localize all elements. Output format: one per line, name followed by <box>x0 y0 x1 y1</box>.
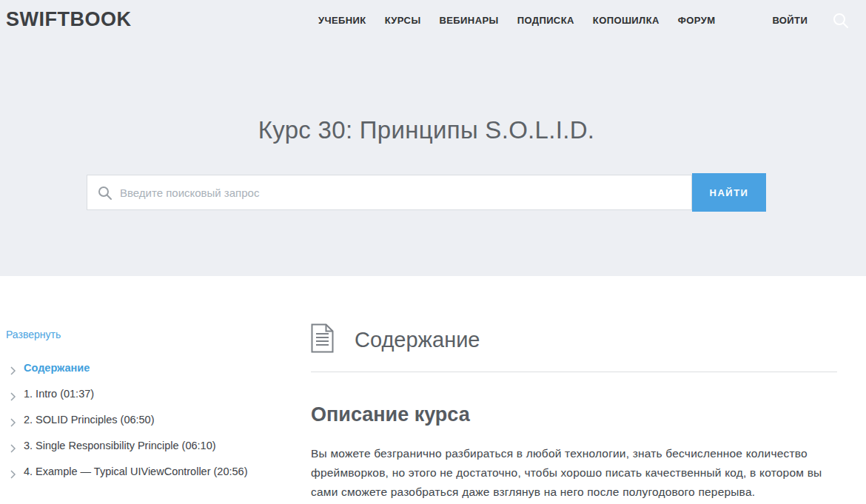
section-head: Содержание <box>311 323 837 356</box>
toc-item-single-responsibility[interactable]: 3. Single Responsibility Principle (06:1… <box>6 437 250 454</box>
search-icon[interactable] <box>831 11 850 30</box>
top-navigation-bar: SWIFTBOOK УЧЕБНИК КУРСЫ ВЕБИНАРЫ ПОДПИСК… <box>0 0 866 41</box>
toc-item-intro[interactable]: 1. Intro (01:37) <box>6 386 250 402</box>
section-title: Содержание <box>355 328 480 352</box>
toc-item-label: 1. Intro (01:37) <box>24 388 94 400</box>
hero-section: SWIFTBOOK УЧЕБНИК КУРСЫ ВЕБИНАРЫ ПОДПИСК… <box>0 0 866 276</box>
logo[interactable]: SWIFTBOOK <box>6 8 131 31</box>
expand-all-link[interactable]: Развернуть <box>6 329 61 340</box>
nav-item-podpiska[interactable]: ПОДПИСКА <box>517 15 574 26</box>
course-search-form: НАЙТИ <box>87 175 766 210</box>
course-toc-sidebar: Развернуть Содержание 1. Intro (01:37) 2… <box>6 328 250 489</box>
search-input-icon <box>98 186 113 204</box>
toc-item-example-uiviewcontroller[interactable]: 4. Example — Typical UIViewController (2… <box>6 463 250 480</box>
search-submit-button[interactable]: НАЙТИ <box>692 173 766 212</box>
course-description-text: Вы можете безгранично разбираться в любо… <box>311 444 833 502</box>
section-divider <box>311 372 837 372</box>
chevron-right-icon <box>10 363 16 380</box>
toc-item-contents[interactable]: Содержание <box>6 360 250 376</box>
chevron-right-icon <box>10 415 16 431</box>
nav-item-uchebnik[interactable]: УЧЕБНИК <box>318 15 366 26</box>
toc-item-label: Содержание <box>24 362 90 374</box>
chevron-right-icon <box>10 389 16 406</box>
chevron-right-icon <box>10 467 16 483</box>
toc-item-label: 4. Example — Typical UIViewController (2… <box>24 466 247 477</box>
nav-item-kursy[interactable]: КУРСЫ <box>385 15 421 26</box>
nav-item-forum[interactable]: ФОРУМ <box>678 15 716 26</box>
course-content: Содержание Описание курса Вы можете безг… <box>311 323 837 502</box>
search-input-wrap <box>87 175 692 210</box>
course-description-heading: Описание курса <box>311 403 837 426</box>
nav-item-koposhilka[interactable]: КОПОШИЛКА <box>593 15 659 26</box>
toc-item-solid-principles[interactable]: 2. SOLID Principles (06:50) <box>6 411 250 428</box>
main-nav: УЧЕБНИК КУРСЫ ВЕБИНАРЫ ПОДПИСКА КОПОШИЛК… <box>318 0 808 41</box>
document-icon <box>311 323 334 356</box>
login-button[interactable]: ВОЙТИ <box>772 15 808 26</box>
nav-item-vebinary[interactable]: ВЕБИНАРЫ <box>440 15 499 26</box>
search-input[interactable] <box>120 175 682 209</box>
page-title: Курс 30: Принципы S.O.L.I.D. <box>87 116 766 144</box>
chevron-right-icon <box>10 441 16 457</box>
toc-item-label: 2. SOLID Principles (06:50) <box>24 414 155 426</box>
toc-item-label: 3. Single Responsibility Principle (06:1… <box>24 440 216 451</box>
